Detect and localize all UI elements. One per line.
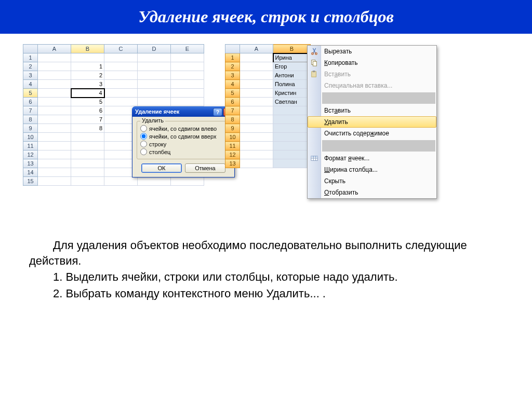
row-header[interactable]: 9 [225, 124, 240, 133]
row-header[interactable]: 10 [23, 133, 38, 142]
radio-shift-up[interactable]: ячейки, со сдвигом вверх [140, 132, 227, 140]
menu-format-cells[interactable]: Формат ячеек... [308, 153, 436, 164]
delete-group: Удалить ячейки, со сдвигом влево ячейки,… [137, 121, 230, 159]
cell[interactable]: Светлан [273, 98, 311, 106]
row-header[interactable]: 1 [225, 53, 240, 62]
dialog-title-text: Удаление ячеек [135, 108, 179, 115]
menu-cut[interactable]: Вырезать [308, 46, 436, 57]
row-header[interactable]: 4 [225, 80, 240, 89]
cell[interactable]: 3 [71, 80, 104, 89]
row-header[interactable]: 8 [225, 115, 240, 124]
cell[interactable]: 7 [71, 115, 104, 124]
menu-delete[interactable]: Удалить [308, 116, 436, 128]
cell[interactable]: 6 [71, 106, 104, 115]
group-legend: Удалить [140, 117, 165, 123]
col-header-C[interactable]: C [104, 45, 138, 53]
col-header-A[interactable]: A [38, 45, 71, 53]
row-header[interactable]: 4 [23, 80, 38, 89]
row-header[interactable]: 12 [23, 150, 38, 159]
cut-icon [310, 47, 319, 56]
col-header-B[interactable]: B [71, 45, 104, 53]
row-header[interactable]: 6 [23, 98, 38, 106]
svg-point-0 [312, 53, 314, 55]
menu-separator [322, 140, 435, 152]
menu-insert[interactable]: Вставить [308, 105, 436, 116]
cell[interactable]: 8 [71, 124, 104, 133]
cell[interactable]: 1 [71, 62, 104, 71]
svg-rect-3 [313, 61, 316, 66]
menu-copy-label: опировать [328, 59, 358, 66]
menu-paste: Вставить [308, 68, 436, 80]
svg-point-1 [315, 53, 317, 55]
paste-icon [310, 70, 319, 79]
row-header[interactable]: 2 [225, 62, 240, 71]
row-header[interactable]: 5 [23, 89, 38, 98]
col-header-D[interactable]: D [138, 45, 171, 53]
copy-icon [310, 58, 319, 67]
svg-rect-5 [313, 71, 315, 72]
context-menu: Вырезать Копировать Вставить Специальная… [307, 45, 437, 199]
format-icon [310, 154, 319, 163]
row-header[interactable]: 9 [23, 124, 38, 133]
row-header[interactable]: 5 [225, 89, 240, 98]
select-all-corner[interactable] [23, 45, 38, 53]
svg-rect-4 [312, 72, 316, 77]
row-header[interactable]: 15 [23, 177, 38, 186]
cell[interactable]: Ирина [273, 53, 311, 62]
menu-clear[interactable]: Очистить содержимое [308, 128, 436, 139]
paragraph-3: 2. Выбрать команду контекстного меню Уда… [29, 286, 513, 301]
content-area: A B C D E 1 21 32 43 54 65 76 87 98 10 1… [0, 34, 532, 186]
cell[interactable]: Полина [273, 80, 311, 89]
cell[interactable]: Кристин [273, 89, 311, 98]
paragraph-1: Для удаления объектов необходимо последо… [29, 238, 513, 268]
menu-copy[interactable]: Копировать [308, 57, 436, 68]
row-header[interactable]: 7 [23, 106, 38, 115]
dialog-titlebar[interactable]: Удаление ячеек ? ✕ [132, 106, 235, 117]
excel-left-block: A B C D E 1 21 32 43 54 65 76 87 98 10 1… [23, 44, 204, 186]
col-header-A[interactable]: A [240, 45, 273, 53]
cell[interactable]: Егор [273, 62, 311, 71]
radio-column[interactable]: столбец [140, 148, 227, 156]
row-header[interactable]: 11 [225, 142, 240, 150]
row-header[interactable]: 2 [23, 62, 38, 71]
radio-row[interactable]: строку [140, 140, 227, 148]
menu-paste-special: Специальная вставка... [308, 80, 436, 91]
row-header[interactable]: 3 [225, 71, 240, 80]
ok-button[interactable]: ОК [141, 163, 182, 173]
dialog-body: Удалить ячейки, со сдвигом влево ячейки,… [132, 117, 235, 177]
radio-shift-left[interactable]: ячейки, со сдвигом влево [140, 125, 227, 132]
menu-separator [322, 92, 435, 104]
col-header-E[interactable]: E [171, 45, 204, 53]
row-header[interactable]: 6 [225, 98, 240, 106]
row-header[interactable]: 3 [23, 71, 38, 80]
row-header[interactable]: 13 [225, 159, 240, 168]
row-header[interactable]: 13 [23, 159, 38, 168]
svg-rect-7 [311, 156, 317, 158]
row-header[interactable]: 10 [225, 133, 240, 142]
select-all-corner[interactable] [225, 45, 240, 53]
cell[interactable]: 5 [71, 98, 104, 106]
row-header[interactable]: 1 [23, 53, 38, 62]
row-header[interactable]: 8 [23, 115, 38, 124]
cell[interactable]: Антони [273, 71, 311, 80]
body-text: Для удаления объектов необходимо последо… [0, 186, 532, 301]
col-header-B[interactable]: B [273, 45, 311, 53]
row-header[interactable]: 14 [23, 168, 38, 177]
cell[interactable]: 2 [71, 71, 104, 80]
menu-show[interactable]: Отобразить [308, 187, 436, 198]
excel-right-block: A B 1Ирина 2Егор 3Антони 4Полина 5Кристи… [225, 44, 311, 186]
delete-cells-dialog: Удаление ячеек ? ✕ Удалить ячейки, со сд… [132, 106, 235, 177]
menu-column-width[interactable]: Ширина столбца... [308, 164, 436, 175]
grid-right[interactable]: A B 1Ирина 2Егор 3Антони 4Полина 5Кристи… [225, 44, 311, 168]
row-header[interactable]: 12 [225, 150, 240, 159]
cancel-button[interactable]: Отмена [185, 163, 225, 173]
row-header[interactable]: 7 [225, 106, 240, 115]
help-button[interactable]: ? [213, 108, 222, 116]
slide-title: Удаление ячеек, строк и столбцов [0, 0, 532, 34]
paragraph-2: 1. Выделить ячейки, строки или столбцы, … [29, 269, 513, 285]
active-cell[interactable]: 4 [71, 89, 104, 98]
menu-hide[interactable]: Скрыть [308, 175, 436, 187]
row-header[interactable]: 11 [23, 142, 38, 150]
